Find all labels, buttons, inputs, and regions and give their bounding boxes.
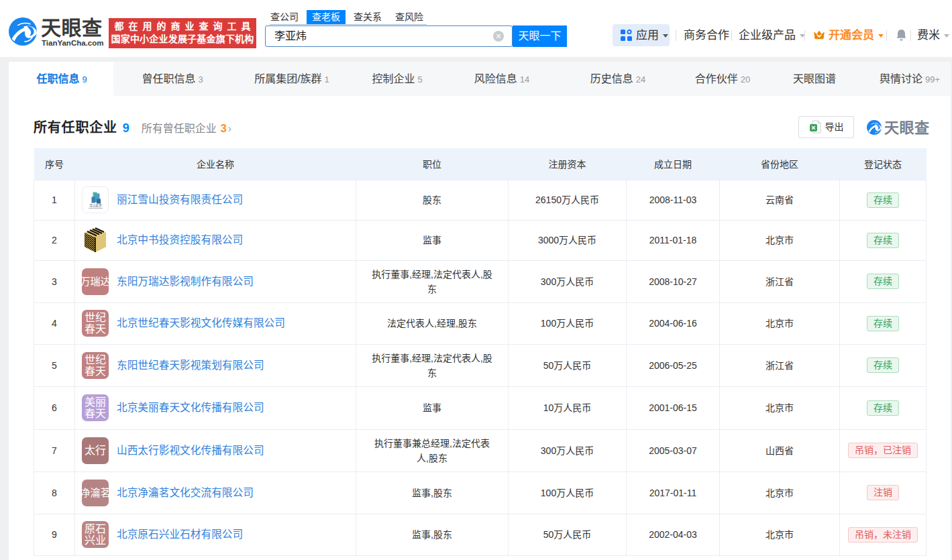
svg-text:雪山投资: 雪山投资	[89, 203, 102, 208]
